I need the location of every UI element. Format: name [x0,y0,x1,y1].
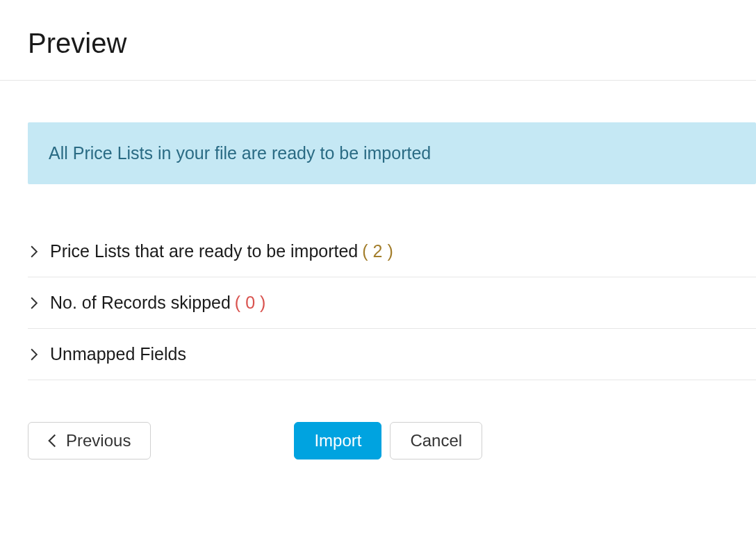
row-count: ( 2 ) [362,241,393,261]
row-unmapped-fields[interactable]: Unmapped Fields [28,329,756,380]
row-ready-to-import[interactable]: Price Lists that are ready to be importe… [28,226,756,277]
info-banner-text: All Price Lists in your file are ready t… [49,143,735,163]
row-count: ( 0 ) [235,293,265,313]
row-records-skipped[interactable]: No. of Records skipped ( 0 ) [28,277,756,329]
button-row: Previous Import Cancel [28,380,756,459]
import-button[interactable]: Import [294,422,381,459]
row-label: Unmapped Fields [50,344,186,364]
row-label: No. of Records skipped [50,293,231,313]
chevron-right-icon [28,245,40,258]
previous-button-label: Previous [66,432,131,449]
previous-button[interactable]: Previous [28,422,151,459]
chevron-right-icon [28,348,40,361]
import-button-label: Import [314,432,361,449]
page-title: Preview [0,0,756,80]
chevron-left-icon [48,434,56,448]
main-content: All Price Lists in your file are ready t… [0,81,756,459]
row-label: Price Lists that are ready to be importe… [50,241,358,261]
cancel-button[interactable]: Cancel [390,422,482,459]
cancel-button-label: Cancel [410,432,462,449]
chevron-right-icon [28,297,40,309]
info-banner: All Price Lists in your file are ready t… [28,122,756,184]
button-group-right: Import Cancel [294,422,482,459]
